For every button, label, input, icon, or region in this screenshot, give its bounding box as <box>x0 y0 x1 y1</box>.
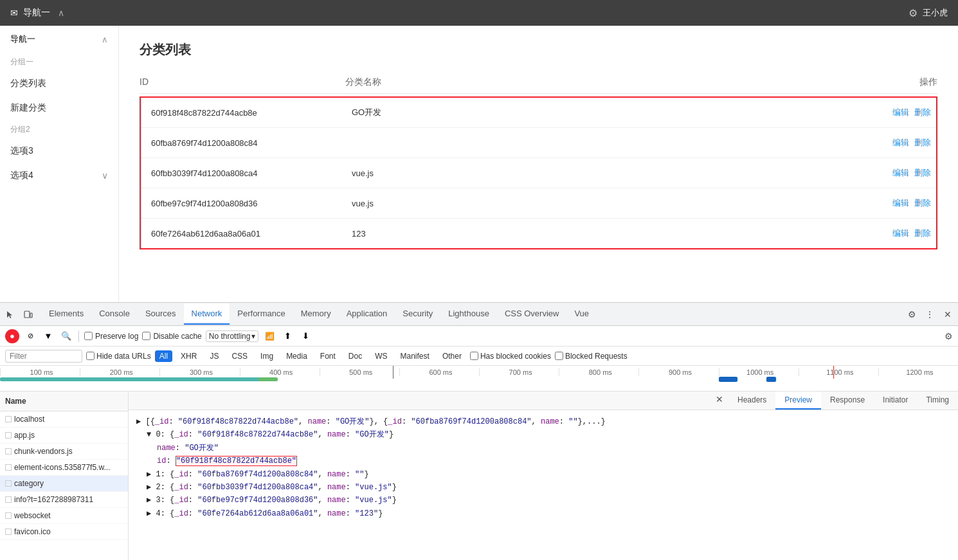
filter-type-all[interactable]: All <box>155 350 172 362</box>
tab-cssoverview[interactable]: CSS Overview <box>497 303 567 325</box>
hide-data-urls-checkbox[interactable]: Hide data URLs <box>86 352 151 361</box>
list-item-localhost[interactable]: localhost <box>0 411 128 428</box>
timeline-label: 1200 ms <box>878 368 958 376</box>
tab-memory[interactable]: Memory <box>293 303 339 325</box>
json-item-4[interactable]: ▶ 4: {_id: "60fe7264ab612d6aa8a06a01", n… <box>136 507 950 520</box>
list-item-appjs[interactable]: app.js <box>0 428 128 444</box>
filter-type-css[interactable]: CSS <box>227 350 252 362</box>
filter-icon[interactable]: ▼ <box>41 329 55 343</box>
sidebar-item-xinjianfenlei[interactable]: 新建分类 <box>0 96 118 120</box>
json-item-1[interactable]: ▶ 1: {_id: "60fba8769f74d1200a808c84", n… <box>136 468 950 481</box>
json-item-3[interactable]: ▶ 3: {_id: "60fbe97c9f74d1200a808d36", n… <box>136 494 950 507</box>
device-icon[interactable] <box>21 307 36 322</box>
item-checkbox <box>5 464 12 471</box>
sidebar-header: 导航一 ∧ <box>0 26 118 53</box>
preserve-log-input[interactable] <box>84 332 93 340</box>
hide-data-urls-input[interactable] <box>86 352 95 360</box>
timeline-label: 1000 ms <box>719 368 799 376</box>
delete-button[interactable]: 删除 <box>914 137 931 149</box>
import-icon[interactable]: ⬆ <box>280 329 294 343</box>
filter-type-other[interactable]: Other <box>438 350 466 362</box>
list-item-category[interactable]: category <box>0 476 128 492</box>
tab-sources[interactable]: Sources <box>138 303 184 325</box>
name-list-header: Name <box>0 392 128 411</box>
edit-button[interactable]: 编辑 <box>892 228 909 239</box>
disable-cache-checkbox[interactable]: Disable cache <box>142 332 201 341</box>
sidebar-item-fenleiliebiao[interactable]: 分类列表 <box>0 71 118 96</box>
edit-button[interactable]: 编辑 <box>892 167 909 179</box>
filter-type-ws[interactable]: WS <box>370 350 392 362</box>
filter-type-img[interactable]: Img <box>256 350 278 362</box>
delete-button[interactable]: 删除 <box>914 228 931 239</box>
edit-button[interactable]: 编辑 <box>892 197 909 209</box>
filter-input[interactable] <box>5 350 82 363</box>
tab-security[interactable]: Security <box>395 303 440 325</box>
wifi-icon[interactable]: 📶 <box>262 329 276 343</box>
delete-button[interactable]: 删除 <box>914 167 931 179</box>
has-blocked-cookies-input[interactable] <box>470 352 478 360</box>
devtools-tool-icons <box>3 307 36 322</box>
separator <box>78 330 79 342</box>
list-item-favicon[interactable]: favicon.ico <box>0 524 128 540</box>
sidebar-item-xuanxiang4[interactable]: 选项4 ∨ <box>0 163 118 188</box>
row-actions: 编辑 删除 <box>867 197 931 209</box>
preserve-log-checkbox[interactable]: Preserve log <box>84 332 138 341</box>
detail-tab-response[interactable]: Response <box>821 392 874 410</box>
devtools-more-icon[interactable]: ⋮ <box>922 307 937 322</box>
json-preview: ▶ [{_id: "60f918f48c87822d744acb8e", nam… <box>129 410 958 525</box>
network-settings-icon[interactable]: ⚙ <box>944 331 953 341</box>
edit-button[interactable]: 编辑 <box>892 107 909 118</box>
main-content: 分类列表 ID 分类名称 操作 60f918f48c87822d744acb8e… <box>119 26 958 302</box>
list-item-websocket[interactable]: websocket <box>0 508 128 524</box>
list-item-chunk-vendors[interactable]: chunk-vendors.js <box>0 444 128 460</box>
json-item-2[interactable]: ▶ 2: {_id: "60fbb3039f74d1200a808ca4", n… <box>136 481 950 494</box>
blocked-requests-input[interactable] <box>555 352 563 360</box>
mail-icon: ✉ <box>10 8 18 18</box>
devtools-close-icon[interactable]: ✕ <box>940 307 955 322</box>
search-icon[interactable]: 🔍 <box>59 329 73 343</box>
list-item-element-icons[interactable]: element-icons.535877f5.w... <box>0 460 128 476</box>
filter-type-media[interactable]: Media <box>282 350 312 362</box>
throttle-select[interactable]: No throttling ▾ <box>206 330 259 342</box>
edit-button[interactable]: 编辑 <box>892 137 909 149</box>
delete-button[interactable]: 删除 <box>914 107 931 118</box>
tab-application[interactable]: Application <box>339 303 395 325</box>
cursor-icon[interactable] <box>3 307 18 322</box>
table-row: 60fbe97c9f74d1200a808d36 vue.js 编辑 删除 <box>141 188 936 219</box>
settings-icon[interactable]: ⚙ <box>908 7 917 19</box>
has-blocked-cookies-checkbox[interactable]: Has blocked cookies <box>470 352 551 361</box>
detail-tab-timing[interactable]: Timing <box>917 392 958 410</box>
row-id: 60f918f48c87822d744acb8e <box>146 108 352 118</box>
collapse-icon[interactable]: ∧ <box>58 8 64 18</box>
disable-cache-label: Disable cache <box>153 332 201 341</box>
list-item-info[interactable]: info?t=1627288987311 <box>0 492 128 508</box>
detail-tab-headers[interactable]: Headers <box>728 392 775 410</box>
detail-tab-preview[interactable]: Preview <box>775 392 821 410</box>
sidebar-collapse-icon[interactable]: ∧ <box>102 35 108 44</box>
record-button[interactable]: ● <box>5 329 19 343</box>
tab-elements[interactable]: Elements <box>41 303 91 325</box>
filter-type-xhr[interactable]: XHR <box>176 350 201 362</box>
detail-close-button[interactable]: ✕ <box>710 392 728 410</box>
tab-performance[interactable]: Performance <box>230 303 293 325</box>
tab-lighthouse[interactable]: Lighthouse <box>440 303 497 325</box>
tab-console[interactable]: Console <box>91 303 138 325</box>
disable-cache-input[interactable] <box>142 332 150 340</box>
timeline-label: 600 ms <box>399 368 479 376</box>
sidebar-item-xuanxiang3[interactable]: 选项3 <box>0 139 118 163</box>
filter-type-js[interactable]: JS <box>205 350 223 362</box>
stop-button[interactable]: ⊘ <box>23 329 37 343</box>
detail-tab-initiator[interactable]: Initiator <box>874 392 917 410</box>
devtools-settings-icon[interactable]: ⚙ <box>904 307 919 322</box>
blocked-requests-checkbox[interactable]: Blocked Requests <box>555 352 628 361</box>
tab-network[interactable]: Network <box>184 303 230 325</box>
tab-vue[interactable]: Vue <box>566 303 597 325</box>
json-item-0[interactable]: ▼ 0: {_id: "60f918f48c87822d744acb8e", n… <box>136 428 950 441</box>
delete-button[interactable]: 删除 <box>914 197 931 209</box>
filter-type-doc[interactable]: Doc <box>344 350 366 362</box>
export-icon[interactable]: ⬇ <box>298 329 312 343</box>
row-name: 123 <box>352 229 867 239</box>
filter-type-font[interactable]: Font <box>316 350 340 362</box>
item-label: favicon.ico <box>14 527 51 536</box>
filter-type-manifest[interactable]: Manifest <box>396 350 434 362</box>
